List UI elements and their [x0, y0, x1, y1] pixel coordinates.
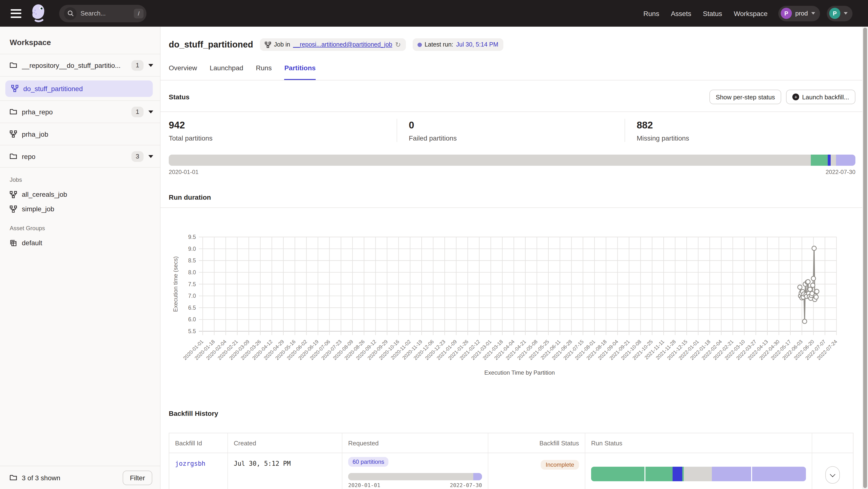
show-per-step-status-button[interactable]: Show per-step status [709, 90, 781, 104]
search-input[interactable]: Search... / [59, 5, 147, 22]
y-axis-label: Execution time (secs) [172, 256, 179, 312]
user-avatar: P [829, 8, 840, 19]
col-backfill-status: Backfill Status [488, 433, 585, 453]
deployment-avatar: P [781, 8, 792, 19]
launch-backfill-label: Launch backfill... [802, 93, 849, 101]
run-status-dot-icon [417, 42, 422, 47]
chart-grid: 9.59.08.58.07.57.06.56.05.52020-01-01202… [182, 234, 838, 361]
tab-launchpad[interactable]: Launchpad [210, 64, 243, 80]
jobs-section-label: Jobs [0, 168, 160, 187]
svg-text:9.0: 9.0 [188, 246, 196, 252]
latest-run-tag: Latest run: Jul 30, 5:14 PM [412, 38, 503, 51]
sidebar-item-do-stuff-partitioned[interactable]: do_stuff_partitioned [0, 76, 160, 100]
bar-segment [169, 155, 811, 166]
count-badge: 3 [131, 151, 144, 162]
plus-circle-icon: + [792, 94, 799, 100]
nav-assets[interactable]: Assets [671, 9, 691, 17]
table-row: jozrgsbh Jul 30, 5:12 PM 60 partitions 2… [169, 453, 853, 489]
run-duration-chart: 9.59.08.58.07.57.06.56.05.52020-01-01202… [169, 208, 856, 379]
backfill-history-table: Backfill Id Created Requested Backfill S… [169, 433, 854, 489]
sidebar-item-default-asset-group[interactable]: default [0, 235, 160, 250]
job-origin-tag: Job in __reposi...artitioned@partitioned… [260, 38, 406, 51]
nav-runs[interactable]: Runs [644, 9, 659, 17]
col-requested: Requested [342, 433, 488, 453]
execution-time-chart[interactable]: 9.59.08.58.07.57.06.56.05.52020-01-01202… [169, 208, 848, 379]
run-bar-segment [591, 466, 645, 481]
svg-text:6.0: 6.0 [188, 316, 196, 323]
sidebar-footer: 3 of 3 shown Filter [0, 466, 160, 489]
job-origin-link[interactable]: __reposi...artitioned@partitioned_job [293, 41, 392, 48]
dagster-logo-icon [29, 4, 48, 23]
requested-partitions-tag[interactable]: 60 partitions [348, 457, 389, 467]
folder-icon [10, 62, 17, 68]
count-badge: 1 [131, 106, 144, 117]
folder-icon [10, 153, 17, 159]
filter-button[interactable]: Filter [123, 470, 152, 485]
svg-text:9.5: 9.5 [188, 234, 196, 240]
nav-workspace[interactable]: Workspace [734, 9, 768, 17]
latest-run-link[interactable]: Jul 30, 5:14 PM [456, 41, 498, 48]
sidebar-item-prha-repo[interactable]: prha_repo 1 [0, 100, 160, 123]
count-badge: 1 [131, 60, 144, 70]
col-run-status: Run Status [585, 433, 812, 453]
requested-cell: 60 partitions 2020-01-01 2022-07-30 [342, 453, 488, 489]
deployment-label: prod [795, 10, 808, 17]
col-backfill-id: Backfill Id [169, 433, 227, 453]
run-status-bar[interactable] [591, 466, 806, 481]
tab-runs[interactable]: Runs [256, 64, 272, 80]
nav-status[interactable]: Status [703, 9, 722, 17]
backfill-history-heading: Backfill History [169, 410, 856, 417]
run-bar-segment [682, 466, 684, 481]
svg-text:5.5: 5.5 [188, 328, 196, 334]
sidebar-item-label: prha_job [22, 130, 48, 138]
deployment-switcher[interactable]: P prod [778, 6, 820, 21]
reload-icon[interactable]: ↻ [395, 41, 401, 48]
stat-label: Total partitions [169, 134, 397, 142]
sidebar-item-prha-job[interactable]: prha_job [0, 123, 160, 145]
col-actions [812, 433, 853, 453]
job-icon [11, 85, 19, 92]
sidebar-item-repo[interactable]: repo 3 [0, 145, 160, 167]
created-cell: Jul 30, 5:12 PM [227, 453, 342, 489]
bar-segment [473, 473, 482, 480]
expand-row-button[interactable] [825, 466, 840, 483]
menu-button[interactable] [11, 9, 21, 18]
user-menu[interactable]: P [827, 6, 852, 21]
stat-failed-partitions: 0 Failed partitions [397, 119, 625, 142]
sidebar-item-repository-do-stuff[interactable]: __repository__do_stuff_partitio... 1 [0, 54, 160, 76]
expand-caret-icon[interactable] [148, 155, 153, 158]
tab-partitions[interactable]: Partitions [284, 64, 316, 80]
asset-group-icon [10, 239, 17, 247]
sidebar-title: Workspace [0, 27, 160, 54]
folder-icon [10, 108, 17, 115]
run-bar-segment [752, 466, 806, 481]
launch-backfill-button[interactable]: + Launch backfill... [786, 90, 856, 104]
run-bar-segment [673, 466, 682, 481]
vertical-scrollbar[interactable] [862, 27, 868, 489]
requested-end-date: 2022-07-30 [450, 482, 482, 489]
job-origin-prefix: Job in [274, 41, 290, 48]
sidebar-item-simple-job[interactable]: simple_job [0, 202, 160, 216]
table-header-row: Backfill Id Created Requested Backfill S… [169, 433, 853, 453]
col-created: Created [227, 433, 342, 453]
tab-overview[interactable]: Overview [169, 64, 197, 80]
selected-job-tile[interactable]: do_stuff_partitioned [5, 80, 153, 97]
expand-caret-icon[interactable] [148, 64, 153, 67]
search-icon [64, 7, 76, 20]
top-nav: Runs Assets Status Workspace [644, 9, 768, 17]
sidebar-item-all-cereals-job[interactable]: all_cereals_job [0, 187, 160, 202]
requested-progress-bar [348, 473, 482, 480]
actions-cell [812, 453, 853, 489]
partition-status-bar[interactable] [169, 155, 856, 166]
run-bar-segment [645, 466, 673, 481]
backfill-id-link[interactable]: jozrgsbh [175, 460, 205, 467]
expand-caret-icon[interactable] [148, 110, 153, 113]
asset-groups-section-label: Asset Groups [0, 216, 160, 235]
run-status-cell [585, 453, 812, 489]
job-icon [10, 130, 17, 138]
bar-segment [348, 473, 473, 480]
bar-start-date: 2020-01-01 [169, 169, 198, 175]
scrollbar-thumb[interactable] [863, 28, 867, 488]
bar-segment [831, 155, 836, 166]
stat-value: 942 [169, 119, 397, 131]
